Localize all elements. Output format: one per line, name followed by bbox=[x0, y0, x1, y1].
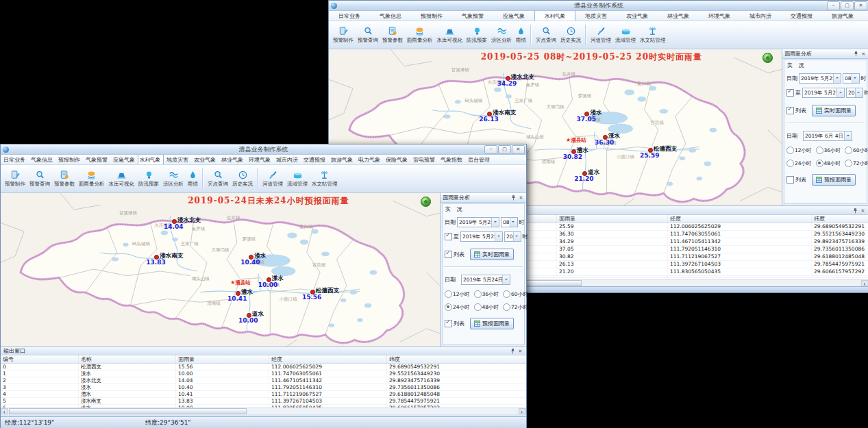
tool-流域管理[interactable]: 流域管理 bbox=[613, 25, 638, 45]
tool-雨情[interactable]: 雨情 bbox=[514, 25, 528, 45]
minimize-icon[interactable] bbox=[827, 1, 840, 10]
tool-水文站管理[interactable]: 水文站管理 bbox=[638, 25, 668, 45]
chevron-down-icon[interactable] bbox=[491, 218, 499, 227]
menu-item-环境气象[interactable]: 环境气象 bbox=[246, 155, 273, 164]
table-row[interactable]: 2溇水北支14.04111.46710541134229.89234757163… bbox=[1, 377, 526, 384]
menu-item-旅游气象[interactable]: 旅游气象 bbox=[822, 12, 863, 21]
scroll-right-icon[interactable] bbox=[861, 280, 868, 286]
menu-item-保险气象[interactable]: 保险气象 bbox=[383, 155, 410, 164]
radio-60小时[interactable] bbox=[845, 147, 852, 154]
tool-预警查询[interactable]: 预警查询 bbox=[356, 25, 380, 45]
list-checkbox[interactable] bbox=[445, 251, 452, 258]
radio-24小时[interactable] bbox=[786, 160, 794, 167]
titlebar[interactable]: 澧县业务制作系统 bbox=[1, 144, 526, 155]
tool-水文站管理[interactable]: 水文站管理 bbox=[310, 169, 340, 188]
tool-水库可视化[interactable]: 水库可视化 bbox=[435, 25, 465, 45]
tool-面雨量分析[interactable]: 面雨量分析 bbox=[405, 25, 435, 45]
menu-item-交通预报[interactable]: 交通预报 bbox=[781, 12, 822, 21]
chevron-down-icon[interactable] bbox=[855, 88, 863, 97]
column-header-面雨量[interactable]: 面雨量 bbox=[176, 355, 269, 363]
menu-item-预报制作[interactable]: 预报制作 bbox=[55, 155, 83, 164]
chevron-down-icon[interactable] bbox=[510, 218, 517, 227]
list-checkbox[interactable] bbox=[786, 107, 794, 114]
output-close-icon[interactable] bbox=[517, 348, 523, 354]
menu-item-城市内涝[interactable]: 城市内涝 bbox=[273, 155, 301, 164]
tool-预警制作[interactable]: 预警制作 bbox=[331, 25, 356, 45]
menu-item-应急气象[interactable]: 应急气象 bbox=[493, 12, 534, 21]
column-header-经度[interactable]: 经度 bbox=[269, 355, 387, 363]
pin-icon[interactable] bbox=[852, 207, 858, 214]
live-date-to-select[interactable]: 2019年 5月25日 bbox=[460, 231, 503, 242]
tool-防汛预案[interactable]: 防汛预案 bbox=[136, 169, 161, 188]
tool-历史实况[interactable]: 历史实况 bbox=[230, 169, 255, 188]
radio-24小时[interactable] bbox=[445, 303, 452, 311]
panel-close-icon[interactable] bbox=[860, 51, 867, 57]
menu-item-林业气象[interactable]: 林业气象 bbox=[219, 155, 246, 164]
tool-预警参数[interactable]: 预警参数 bbox=[380, 25, 405, 45]
radio-48小时[interactable] bbox=[474, 303, 482, 311]
live-hour-to-select[interactable]: 20 bbox=[504, 231, 521, 242]
live-date-from-select[interactable]: 2019年 5月25日 bbox=[457, 217, 499, 227]
table-row[interactable]: 1渫水10.00111.74706305506129.5521563449230 bbox=[1, 370, 526, 377]
live-date-from-select[interactable]: 2019年 5月25日 bbox=[799, 73, 841, 84]
tool-河道管理[interactable]: 河道管理 bbox=[588, 25, 613, 45]
scroll-left-icon[interactable] bbox=[1, 408, 8, 414]
menu-item-电力气象[interactable]: 电力气象 bbox=[863, 12, 868, 21]
list-checkbox[interactable] bbox=[445, 320, 452, 327]
output-close-icon[interactable] bbox=[860, 207, 866, 214]
radio-12小时[interactable] bbox=[445, 290, 452, 298]
menu-item-地质灾害[interactable]: 地质灾害 bbox=[164, 155, 191, 164]
live-hour-from-select[interactable]: 08 bbox=[501, 217, 518, 227]
scrollbar-thumb[interactable] bbox=[9, 408, 247, 414]
menu-item-交通预报[interactable]: 交通预报 bbox=[301, 155, 328, 164]
tool-预警参数[interactable]: 预警参数 bbox=[52, 169, 77, 188]
column-header-经度[interactable]: 经度 bbox=[668, 215, 812, 223]
menu-item-雷电预警[interactable]: 雷电预警 bbox=[410, 155, 438, 164]
chevron-down-icon[interactable] bbox=[513, 232, 521, 241]
to-checkbox[interactable] bbox=[445, 233, 452, 240]
tool-灾点查询[interactable]: 灾点查询 bbox=[206, 169, 230, 188]
live-hour-from-select[interactable]: 08 bbox=[843, 73, 860, 84]
menu-item-气象指数[interactable]: 气象指数 bbox=[438, 155, 465, 164]
column-header-编号[interactable]: 编号 bbox=[1, 355, 79, 363]
column-header-面雨量[interactable]: 面雨量 bbox=[557, 215, 668, 223]
chevron-down-icon[interactable] bbox=[502, 275, 510, 284]
chevron-down-icon[interactable] bbox=[833, 74, 841, 83]
list-checkbox[interactable] bbox=[786, 176, 794, 184]
live-rain-button[interactable]: 实时面雨量 bbox=[470, 249, 514, 260]
forecast-rain-button[interactable]: 预报面雨量 bbox=[812, 174, 856, 186]
tool-河道管理[interactable]: 河道管理 bbox=[260, 169, 285, 188]
chevron-down-icon[interactable] bbox=[836, 88, 844, 97]
tool-水库可视化[interactable]: 水库可视化 bbox=[107, 169, 137, 188]
table-row[interactable]: 0松澧西支15.56112.00602562502929.68905495322… bbox=[1, 364, 526, 370]
menu-item-旅游气象[interactable]: 旅游气象 bbox=[328, 155, 356, 164]
table-row[interactable]: 3溇水10.40111.79205114631029.7356011350086 bbox=[1, 384, 526, 391]
table-row[interactable]: 5溇水南支13.83111.39726710450329.78544759759… bbox=[1, 398, 526, 405]
radio-60小时[interactable] bbox=[503, 290, 510, 298]
column-header-纬度[interactable]: 纬度 bbox=[387, 355, 526, 363]
menu-item-预报制作[interactable]: 预报制作 bbox=[411, 12, 452, 21]
forecast-date-select[interactable]: 2019年 6月 4日 bbox=[803, 131, 852, 141]
radio-48小时[interactable] bbox=[816, 160, 823, 167]
menu-item-应急气象[interactable]: 应急气象 bbox=[110, 155, 138, 164]
tool-预警制作[interactable]: 预警制作 bbox=[3, 169, 27, 188]
live-hour-to-select[interactable]: 20 bbox=[846, 88, 863, 98]
tool-雨情[interactable]: 雨情 bbox=[186, 169, 200, 188]
tool-面雨量分析[interactable]: 面雨量分析 bbox=[77, 169, 107, 188]
tool-历史实况[interactable]: 历史实况 bbox=[558, 25, 583, 45]
chevron-down-icon[interactable] bbox=[852, 74, 859, 83]
window-front[interactable]: 澧县业务制作系统 日常业务气象信息预报制作气象预警应急气象水利气象地质灾害农业气… bbox=[0, 144, 527, 428]
radio-12小时[interactable] bbox=[786, 147, 794, 154]
menu-item-水利气象[interactable]: 水利气象 bbox=[138, 155, 164, 165]
panel-close-icon[interactable] bbox=[518, 194, 524, 201]
menu-item-地质灾害[interactable]: 地质灾害 bbox=[575, 12, 617, 21]
menu-item-气象信息[interactable]: 气象信息 bbox=[28, 155, 55, 164]
output-table[interactable]: 编号名称面雨量经度纬度0松澧西支15.56112.00602562502929.… bbox=[1, 355, 526, 407]
radio-72小时[interactable] bbox=[845, 160, 852, 167]
pin-icon[interactable] bbox=[510, 194, 517, 201]
tool-灾点查询[interactable]: 灾点查询 bbox=[534, 25, 558, 45]
menu-item-后台管理[interactable]: 后台管理 bbox=[465, 155, 493, 164]
live-date-to-select[interactable]: 2019年 5月25日 bbox=[802, 88, 845, 98]
menu-item-林业气象[interactable]: 林业气象 bbox=[658, 12, 699, 21]
menu-item-环境气象[interactable]: 环境气象 bbox=[699, 12, 740, 21]
